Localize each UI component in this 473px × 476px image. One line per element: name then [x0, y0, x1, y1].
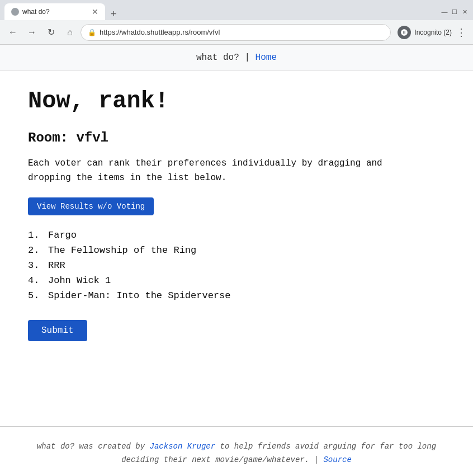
- footer-line1: what do? was created by Jackson Kruger t…: [11, 440, 462, 454]
- room-label: Room: vfvl: [28, 130, 445, 145]
- view-results-button[interactable]: View Results w/o Voting: [28, 197, 154, 215]
- main-content: Now, rank! Room: vfvl Each voter can ran…: [0, 71, 473, 426]
- lock-icon: 🔒: [88, 29, 96, 36]
- page-title: Now, rank!: [28, 88, 445, 115]
- header-separator: |: [244, 53, 255, 63]
- footer-brand: what do?: [37, 442, 74, 451]
- address-bar[interactable]: 🔒 https://whatdo.shuttleapp.rs/room/vfvl: [81, 24, 391, 41]
- home-link[interactable]: Home: [256, 53, 277, 63]
- item-label: Fargo: [48, 230, 77, 241]
- minimize-button[interactable]: —: [441, 8, 448, 16]
- tab-favicon: [11, 8, 19, 16]
- list-item[interactable]: 3.RRR: [28, 258, 445, 273]
- submit-button[interactable]: Submit: [28, 320, 87, 341]
- back-button[interactable]: ←: [4, 24, 21, 41]
- list-item[interactable]: 2.The Fellowship of the Ring: [28, 243, 445, 258]
- tab-close-button[interactable]: ✕: [92, 8, 98, 16]
- page-content-area: what do? | Home Now, rank! Room: vfvl Ea…: [0, 45, 473, 476]
- list-item[interactable]: 1.Fargo: [28, 228, 445, 243]
- brand-name: what do?: [196, 53, 239, 63]
- item-label: The Fellowship of the Ring: [48, 245, 196, 256]
- item-label: John Wick 1: [48, 275, 111, 286]
- reload-button[interactable]: ↻: [42, 24, 59, 41]
- active-tab[interactable]: what do? ✕: [4, 3, 105, 20]
- url-text: https://whatdo.shuttleapp.rs/room/vfvl: [100, 28, 384, 36]
- window-controls: — ☐ ✕: [441, 8, 469, 16]
- site-header: what do? | Home: [0, 45, 473, 71]
- far-word: far: [380, 442, 394, 451]
- item-label: RRR: [48, 260, 65, 271]
- source-link[interactable]: Source: [323, 455, 351, 464]
- nav-bar: ← → ↻ ⌂ 🔒 https://whatdo.shuttleapp.rs/r…: [0, 20, 473, 45]
- item-number: 4.: [28, 275, 45, 286]
- author-link[interactable]: Jackson Kruger: [150, 442, 216, 451]
- item-label: Spider-Man: Into the Spiderverse: [48, 290, 230, 301]
- close-button[interactable]: ✕: [461, 8, 469, 16]
- footer-line2: deciding their next movie/game/whatever.…: [11, 454, 462, 467]
- incognito-area: Incognito (2): [398, 26, 452, 39]
- forward-button[interactable]: →: [23, 24, 40, 41]
- site-footer: what do? was created by Jackson Kruger t…: [0, 426, 473, 476]
- item-number: 2.: [28, 245, 45, 256]
- new-tab-button[interactable]: +: [107, 8, 120, 20]
- tab-title: what do?: [22, 8, 88, 16]
- home-button[interactable]: ⌂: [62, 24, 78, 41]
- list-item[interactable]: 5.Spider-Man: Into the Spiderverse: [28, 288, 445, 303]
- maximize-button[interactable]: ☐: [451, 8, 458, 16]
- item-number: 5.: [28, 290, 45, 301]
- browser-frame: what do? ✕ + — ☐ ✕ ← → ↻ ⌂ 🔒 https://wha…: [0, 0, 473, 476]
- incognito-icon: [398, 26, 411, 39]
- browser-menu-button[interactable]: ⋮: [454, 24, 469, 41]
- item-number: 1.: [28, 230, 45, 241]
- tab-bar: what do? ✕ +: [4, 3, 436, 20]
- incognito-label: Incognito (2): [414, 29, 452, 36]
- description-text: Each voter can rank their preferences in…: [28, 157, 445, 185]
- list-item[interactable]: 4.John Wick 1: [28, 273, 445, 288]
- title-bar: what do? ✕ + — ☐ ✕: [0, 0, 473, 20]
- ranked-list: 1.Fargo2.The Fellowship of the Ring3.RRR…: [28, 228, 445, 303]
- item-number: 3.: [28, 260, 45, 271]
